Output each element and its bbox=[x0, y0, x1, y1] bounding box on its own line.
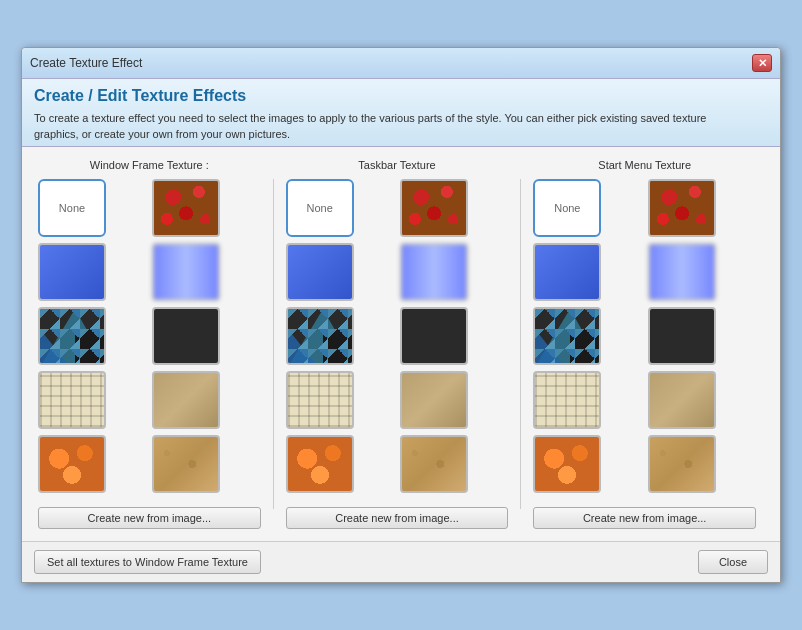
page-title: Create / Edit Texture Effects bbox=[34, 87, 768, 105]
texture-columns: Window Frame Texture : None bbox=[38, 159, 764, 529]
svg-marker-4 bbox=[288, 329, 318, 365]
header-section: Create / Edit Texture Effects To create … bbox=[22, 79, 780, 147]
texture-flowers-0[interactable] bbox=[152, 179, 220, 237]
create-from-image-0[interactable]: Create new from image... bbox=[38, 507, 261, 529]
window-frame-grid: None bbox=[38, 179, 261, 493]
taskbar-header: Taskbar Texture bbox=[286, 159, 509, 171]
start-menu-header: Start Menu Texture bbox=[533, 159, 756, 171]
texture-dark-2[interactable] bbox=[648, 307, 716, 365]
texture-plaid-2[interactable] bbox=[533, 371, 601, 429]
window-frame-header: Window Frame Texture : bbox=[38, 159, 261, 171]
texture-blue-0[interactable] bbox=[38, 243, 106, 301]
window-frame-column: Window Frame Texture : None bbox=[38, 159, 269, 529]
close-dialog-button[interactable]: Close bbox=[698, 550, 768, 574]
texture-sand-1[interactable] bbox=[400, 371, 468, 429]
description-text: To create a texture effect you need to s… bbox=[34, 111, 754, 142]
taskbar-grid: None bbox=[286, 179, 509, 493]
texture-cork-0[interactable] bbox=[152, 435, 220, 493]
texture-sand-0[interactable] bbox=[152, 371, 220, 429]
texture-cork-1[interactable] bbox=[400, 435, 468, 493]
taskbar-column: Taskbar Texture None bbox=[278, 159, 517, 529]
svg-marker-7 bbox=[535, 329, 565, 365]
texture-plaid-1[interactable] bbox=[286, 371, 354, 429]
texture-flowers-1[interactable] bbox=[400, 179, 468, 237]
svg-rect-5 bbox=[323, 329, 354, 365]
start-menu-grid: None bbox=[533, 179, 756, 493]
texture-orange-0[interactable] bbox=[38, 435, 106, 493]
texture-cork-2[interactable] bbox=[648, 435, 716, 493]
texture-blueblur-1[interactable] bbox=[400, 243, 468, 301]
create-from-image-1[interactable]: Create new from image... bbox=[286, 507, 509, 529]
texture-none-0[interactable]: None bbox=[38, 179, 106, 237]
title-bar-text: Create Texture Effect bbox=[30, 56, 142, 70]
title-bar: Create Texture Effect ✕ bbox=[22, 48, 780, 79]
texture-geo-1[interactable] bbox=[286, 307, 354, 365]
texture-dark-0[interactable] bbox=[152, 307, 220, 365]
svg-marker-1 bbox=[40, 329, 70, 365]
texture-sand-2[interactable] bbox=[648, 371, 716, 429]
texture-dark-1[interactable] bbox=[400, 307, 468, 365]
divider-1 bbox=[273, 179, 274, 509]
create-from-image-2[interactable]: Create new from image... bbox=[533, 507, 756, 529]
svg-marker-0 bbox=[40, 309, 106, 365]
svg-rect-2 bbox=[75, 329, 106, 365]
svg-marker-6 bbox=[535, 309, 601, 365]
svg-marker-3 bbox=[288, 309, 354, 365]
start-menu-column: Start Menu Texture None bbox=[525, 159, 764, 529]
window-close-button[interactable]: ✕ bbox=[752, 54, 772, 72]
texture-blue-1[interactable] bbox=[286, 243, 354, 301]
svg-rect-8 bbox=[570, 329, 601, 365]
texture-blueblur-2[interactable] bbox=[648, 243, 716, 301]
texture-none-1[interactable]: None bbox=[286, 179, 354, 237]
dialog-window: Create Texture Effect ✕ Create / Edit Te… bbox=[21, 47, 781, 583]
texture-orange-2[interactable] bbox=[533, 435, 601, 493]
texture-blue-2[interactable] bbox=[533, 243, 601, 301]
bottom-bar: Set all textures to Window Frame Texture… bbox=[22, 541, 780, 582]
main-content: Window Frame Texture : None bbox=[22, 147, 780, 541]
texture-blueblur-0[interactable] bbox=[152, 243, 220, 301]
texture-geo-0[interactable] bbox=[38, 307, 106, 365]
divider-2 bbox=[520, 179, 521, 509]
texture-none-2[interactable]: None bbox=[533, 179, 601, 237]
texture-geo-2[interactable] bbox=[533, 307, 601, 365]
texture-orange-1[interactable] bbox=[286, 435, 354, 493]
set-all-textures-button[interactable]: Set all textures to Window Frame Texture bbox=[34, 550, 261, 574]
texture-flowers-2[interactable] bbox=[648, 179, 716, 237]
texture-plaid-0[interactable] bbox=[38, 371, 106, 429]
